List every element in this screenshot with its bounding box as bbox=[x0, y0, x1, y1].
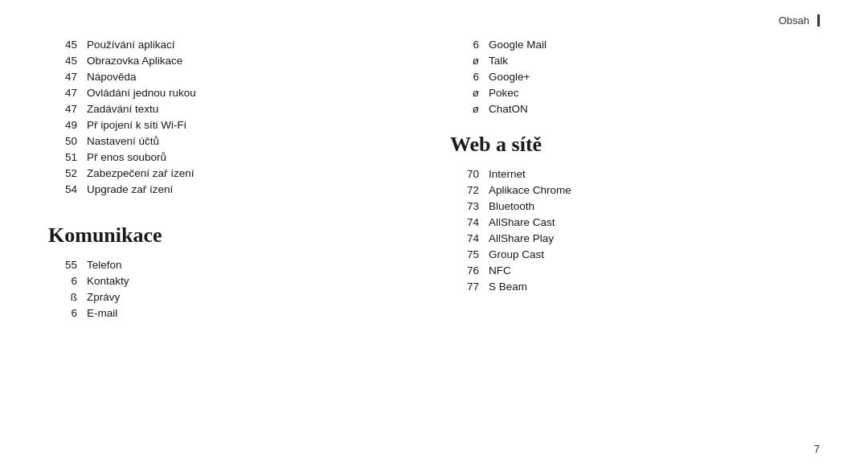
right-section-items: 70Internet72Aplikace Chrome73Bluetooth74… bbox=[450, 168, 820, 293]
toc-item: øChatON bbox=[450, 103, 820, 115]
toc-label: Aplikace Chrome bbox=[489, 184, 571, 196]
toc-item: 77S Beam bbox=[450, 281, 820, 293]
toc-item: 51Př enos souborů bbox=[48, 151, 402, 163]
toc-label: Google+ bbox=[489, 71, 530, 83]
toc-num: 75 bbox=[450, 248, 479, 260]
toc-item: 72Aplikace Chrome bbox=[450, 184, 820, 196]
toc-label: Pokec bbox=[489, 87, 519, 99]
toc-num: 6 bbox=[450, 71, 479, 83]
toc-num: 70 bbox=[450, 168, 479, 180]
toc-item: 70Internet bbox=[450, 168, 820, 180]
toc-item: 74AllShare Cast bbox=[450, 216, 820, 228]
toc-num: 74 bbox=[450, 232, 479, 244]
header-obsah: Obsah bbox=[779, 14, 820, 27]
toc-label: Př enos souborů bbox=[87, 151, 166, 163]
toc-num: 76 bbox=[450, 264, 479, 276]
toc-item: 76NFC bbox=[450, 264, 820, 276]
toc-label: E-mail bbox=[87, 307, 117, 319]
toc-label: Talk bbox=[489, 55, 508, 67]
toc-num: 6 bbox=[48, 275, 77, 287]
toc-num: 45 bbox=[48, 39, 77, 51]
toc-num: 6 bbox=[48, 307, 77, 319]
toc-label: Group Cast bbox=[489, 248, 544, 260]
toc-label: Nastavení účtů bbox=[87, 135, 159, 147]
toc-item: øTalk bbox=[450, 55, 820, 67]
toc-label: Př ipojení k síti Wi-Fi bbox=[87, 119, 186, 131]
toc-label: Nápověda bbox=[87, 71, 137, 83]
toc-num: 55 bbox=[48, 259, 77, 271]
toc-label: Kontakty bbox=[87, 275, 129, 287]
toc-label: Zadávání textu bbox=[87, 103, 158, 115]
toc-item: 52Zabezpečení zař ízení bbox=[48, 167, 402, 179]
toc-label: ChatON bbox=[489, 103, 528, 115]
toc-item: 55Telefon bbox=[48, 259, 402, 271]
toc-num: 47 bbox=[48, 103, 77, 115]
left-top-items: 45Používání aplikací45Obrazovka Aplikace… bbox=[48, 39, 402, 195]
toc-num: ø bbox=[450, 55, 479, 67]
toc-item: 47Nápověda bbox=[48, 71, 402, 83]
toc-item: 54Upgrade zař ízení bbox=[48, 183, 402, 195]
toc-num: ø bbox=[450, 87, 479, 99]
page-number: 7 bbox=[814, 443, 820, 455]
toc-item: 75Group Cast bbox=[450, 248, 820, 260]
right-section-heading: Web a sítě bbox=[450, 133, 820, 157]
toc-label: Používání aplikací bbox=[87, 39, 175, 51]
toc-item: 6Google Mail bbox=[450, 39, 820, 51]
toc-item: 74AllShare Play bbox=[450, 232, 820, 244]
toc-item: 6Kontakty bbox=[48, 275, 402, 287]
toc-item: 49Př ipojení k síti Wi-Fi bbox=[48, 119, 402, 131]
toc-num: 49 bbox=[48, 119, 77, 131]
toc-num: 47 bbox=[48, 71, 77, 83]
toc-label: Zprávy bbox=[87, 291, 120, 303]
toc-num: 72 bbox=[450, 184, 479, 196]
toc-item: 73Bluetooth bbox=[450, 200, 820, 212]
toc-num: ß bbox=[48, 291, 77, 303]
toc-label: AllShare Cast bbox=[489, 216, 555, 228]
right-top-items: 6Google MailøTalk6Google+øPokecøChatON bbox=[450, 39, 820, 115]
page-container: Obsah 45Používání aplikací45Obrazovka Ap… bbox=[0, 0, 868, 471]
toc-label: S Beam bbox=[489, 281, 527, 293]
toc-num: ø bbox=[450, 103, 479, 115]
toc-label: Ovládání jednou rukou bbox=[87, 87, 196, 99]
left-column: 45Používání aplikací45Obrazovka Aplikace… bbox=[48, 39, 434, 448]
toc-num: 73 bbox=[450, 200, 479, 212]
toc-num: 51 bbox=[48, 151, 77, 163]
toc-label: NFC bbox=[489, 264, 511, 276]
content-wrapper: 45Používání aplikací45Obrazovka Aplikace… bbox=[48, 23, 820, 448]
toc-num: 54 bbox=[48, 183, 77, 195]
toc-label: Google Mail bbox=[489, 39, 547, 51]
toc-item: ßZprávy bbox=[48, 291, 402, 303]
toc-label: AllShare Play bbox=[489, 232, 554, 244]
toc-item: 45Obrazovka Aplikace bbox=[48, 55, 402, 67]
toc-num: 77 bbox=[450, 281, 479, 293]
toc-item: 47Ovládání jednou rukou bbox=[48, 87, 402, 99]
toc-label: Bluetooth bbox=[489, 200, 534, 212]
toc-item: 6E-mail bbox=[48, 307, 402, 319]
toc-label: Zabezpečení zař ízení bbox=[87, 167, 194, 179]
left-section-items: 55Telefon6KontaktyßZprávy6E-mail bbox=[48, 259, 402, 319]
toc-item: 47Zadávání textu bbox=[48, 103, 402, 115]
toc-num: 74 bbox=[450, 216, 479, 228]
toc-item: øPokec bbox=[450, 87, 820, 99]
right-column: 6Google MailøTalk6Google+øPokecøChatON W… bbox=[434, 39, 820, 448]
toc-num: 6 bbox=[450, 39, 479, 51]
toc-label: Internet bbox=[489, 168, 526, 180]
toc-item: 50Nastavení účtů bbox=[48, 135, 402, 147]
toc-item: 45Používání aplikací bbox=[48, 39, 402, 51]
toc-label: Obrazovka Aplikace bbox=[87, 55, 182, 67]
toc-label: Telefon bbox=[87, 259, 122, 271]
toc-label: Upgrade zař ízení bbox=[87, 183, 173, 195]
toc-num: 45 bbox=[48, 55, 77, 67]
toc-num: 50 bbox=[48, 135, 77, 147]
toc-item: 6Google+ bbox=[450, 71, 820, 83]
toc-num: 47 bbox=[48, 87, 77, 99]
left-section-heading: Komunikace bbox=[48, 223, 402, 248]
toc-num: 52 bbox=[48, 167, 77, 179]
